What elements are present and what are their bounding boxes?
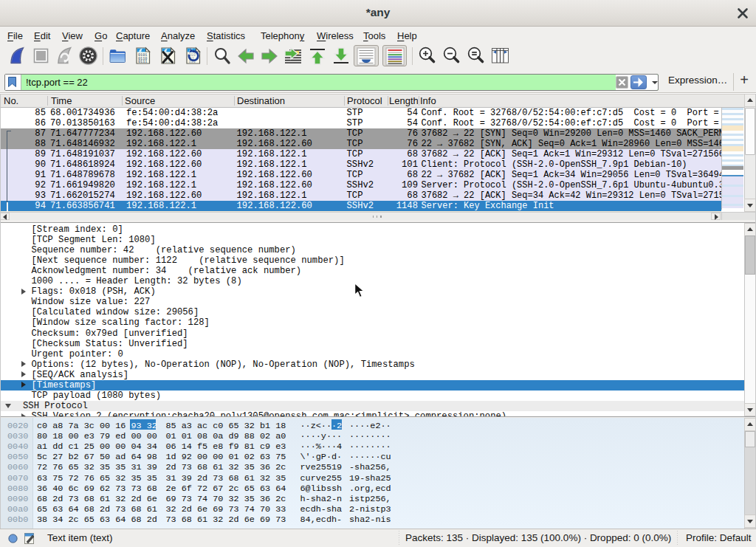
- svg-text:0111: 0111: [138, 60, 147, 64]
